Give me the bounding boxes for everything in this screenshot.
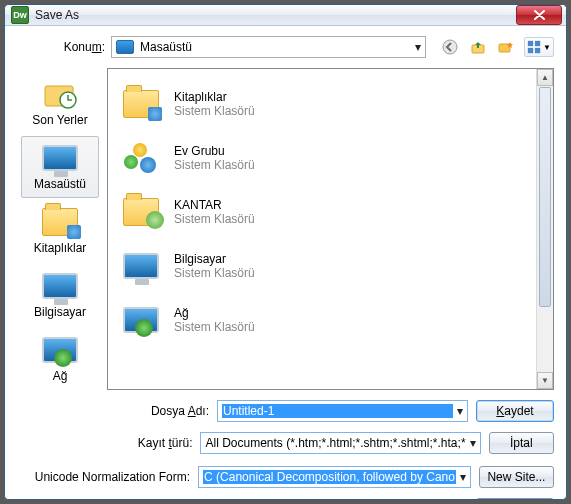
item-title: Ev Grubu [174,144,255,158]
back-icon [442,39,458,55]
chevron-down-icon[interactable]: ▾ [470,436,476,450]
view-menu-button[interactable]: ▼ [524,37,554,57]
save-button[interactable]: Kaydet [476,400,554,422]
place-computer[interactable]: Bilgisayar [21,264,99,326]
homegroup-icon [120,137,162,179]
place-label: Kitaplıklar [34,241,87,255]
bom-row: Include Unicode Signature (BOM) Site Roo… [17,498,554,500]
file-listing-inner[interactable]: KitaplıklarSistem KlasörüEv GrubuSistem … [108,69,536,389]
file-listing: KitaplıklarSistem KlasörüEv GrubuSistem … [107,68,554,390]
computer-icon [40,269,80,303]
svg-point-0 [443,40,457,54]
location-toolbar: ▼ [440,37,554,57]
dialog-body: Konum: Masaüstü ▾ ▼ Son YerlerMasaüstüKi… [5,26,566,500]
libraries-icon [120,83,162,125]
bottom-rows: Unicode Normalization Form: C (Canonical… [17,462,554,500]
item-subtitle: Sistem Klasörü [174,320,255,334]
place-recent[interactable]: Son Yerler [21,72,99,134]
close-button[interactable] [516,5,562,25]
item-title: Kitaplıklar [174,90,255,104]
filename-input[interactable]: Untitled-1 ▾ [217,400,468,422]
filename-value: Untitled-1 [222,404,453,418]
scroll-down-button[interactable]: ▼ [537,372,553,389]
item-title: KANTAR [174,198,255,212]
svg-rect-6 [535,48,540,53]
filename-label: Dosya Adı: [109,404,209,418]
unicode-row: Unicode Normalization Form: C (Canonical… [17,466,554,488]
unicode-label: Unicode Normalization Form: [17,470,190,484]
location-label: Konum: [17,40,105,54]
scroll-up-button[interactable]: ▲ [537,69,553,86]
recent-icon [40,77,80,111]
folder-up-icon [470,39,486,55]
view-menu-icon [527,39,541,55]
unicode-value: C (Canonical Decomposition, followed by … [203,470,456,484]
new-site-button[interactable]: New Site... [479,466,554,488]
scroll-thumb[interactable] [539,87,551,307]
svg-rect-3 [528,41,533,46]
list-item[interactable]: AğSistem Klasörü [112,293,532,347]
place-label: Bilgisayar [34,305,86,319]
place-network[interactable]: Ağ [21,328,99,390]
place-libraries[interactable]: Kitaplıklar [21,200,99,262]
item-subtitle: Sistem Klasörü [174,266,255,280]
place-label: Masaüstü [34,177,86,191]
item-title: Bilgisayar [174,252,255,266]
filetype-row: Kayıt türü: All Documents (*.htm;*.html;… [109,432,554,454]
scrollbar[interactable]: ▲ ▼ [536,69,553,389]
place-label: Ağ [53,369,68,383]
site-root-button[interactable]: Site Root [476,498,554,500]
list-item[interactable]: BilgisayarSistem Klasörü [112,239,532,293]
place-label: Son Yerler [32,113,87,127]
desktop-icon [40,141,80,175]
up-one-level-button[interactable] [468,37,488,57]
filetype-label: Kayıt türü: [109,436,192,450]
filename-row: Dosya Adı: Untitled-1 ▾ Kaydet [109,400,554,422]
save-as-dialog: Dw Save As Konum: Masaüstü ▾ ▼ Son Yerle… [4,4,567,500]
location-combo[interactable]: Masaüstü ▾ [111,36,426,58]
desktop-icon [116,40,134,54]
location-value: Masaüstü [140,40,409,54]
app-icon: Dw [11,6,29,24]
cancel-button[interactable]: İptal [489,432,554,454]
user-icon [120,191,162,233]
filetype-value: All Documents (*.htm;*.html;*.shtm;*.sht… [205,436,465,450]
network-icon [120,299,162,341]
list-item[interactable]: Ev GrubuSistem Klasörü [112,131,532,185]
list-item[interactable]: KitaplıklarSistem Klasörü [112,77,532,131]
back-button[interactable] [440,37,460,57]
titlebar[interactable]: Dw Save As [5,5,566,26]
item-subtitle: Sistem Klasörü [174,212,255,226]
svg-rect-5 [528,48,533,53]
list-item[interactable]: KANTARSistem Klasörü [112,185,532,239]
filetype-combo[interactable]: All Documents (*.htm;*.html;*.shtm;*.sht… [200,432,480,454]
new-folder-button[interactable] [496,37,516,57]
chevron-down-icon: ▼ [543,43,551,52]
chevron-down-icon: ▾ [415,40,421,54]
close-icon [534,10,545,20]
item-title: Ağ [174,306,255,320]
network-icon [40,333,80,367]
libraries-icon [40,205,80,239]
item-subtitle: Sistem Klasörü [174,104,255,118]
chevron-down-icon[interactable]: ▾ [460,470,466,484]
new-folder-icon [498,39,514,55]
computer-icon [120,245,162,287]
content-area: Son YerlerMasaüstüKitaplıklarBilgisayarA… [17,68,554,390]
location-row: Konum: Masaüstü ▾ ▼ [17,36,554,58]
place-desktop[interactable]: Masaüstü [21,136,99,198]
chevron-down-icon[interactable]: ▾ [457,404,463,418]
places-bar: Son YerlerMasaüstüKitaplıklarBilgisayarA… [17,68,103,390]
item-subtitle: Sistem Klasörü [174,158,255,172]
unicode-combo[interactable]: C (Canonical Decomposition, followed by … [198,466,471,488]
svg-rect-4 [535,41,540,46]
window-title: Save As [35,8,516,22]
